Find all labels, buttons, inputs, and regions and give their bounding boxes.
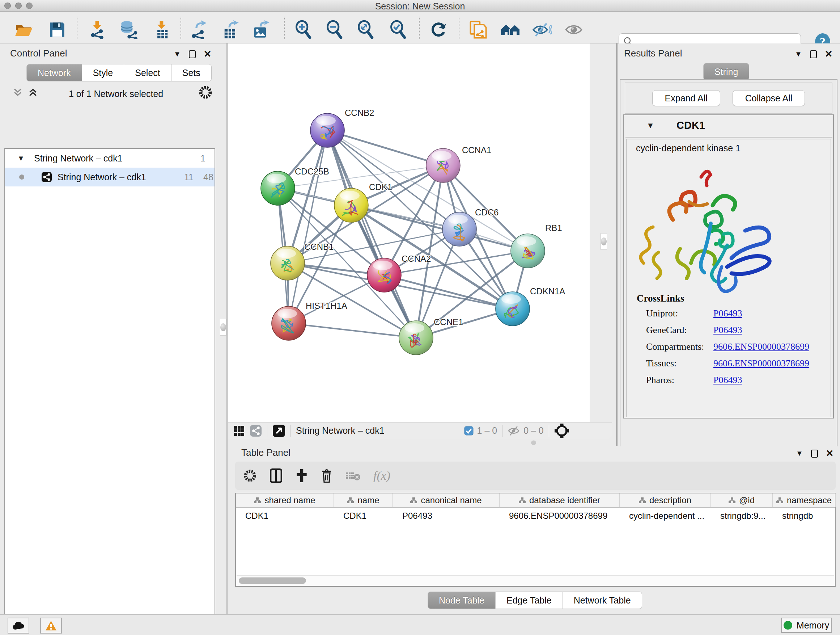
save-session-button[interactable] (47, 19, 67, 40)
table-hscrollbar[interactable] (237, 575, 834, 585)
node-hist1h1a[interactable]: HIST1H1A (272, 301, 347, 340)
network-canvas[interactable]: CCNB2CCNA1CDC25BCDK1CDC6RB1CCNB1CCNA2CDK… (228, 43, 590, 422)
panel-float-icon[interactable] (189, 50, 196, 58)
crosslink-link[interactable]: 9606.ENSP00000378699 (714, 341, 809, 352)
panel-float-icon[interactable] (810, 50, 817, 58)
node-rb1[interactable]: RB1 (511, 223, 562, 268)
expand-all-networks-icon[interactable] (27, 88, 38, 97)
tab-string[interactable]: String (703, 63, 749, 80)
collection-expander-icon[interactable]: ▼ (17, 154, 25, 163)
tab-network-table[interactable]: Network Table (563, 592, 642, 609)
column-type-icon (410, 497, 417, 504)
crosslink-link[interactable]: P06493 (714, 308, 742, 319)
edge-hist1h1a-ccne1[interactable] (289, 323, 416, 338)
column-header-0[interactable]: shared name (236, 494, 334, 507)
show-all-networks-button[interactable] (500, 19, 521, 40)
left-splitter-handle[interactable] (220, 319, 226, 336)
birdseye-toggle-icon[interactable] (554, 423, 569, 439)
zoom-fit-button[interactable] (355, 19, 376, 40)
column-header-3[interactable]: database identifier (500, 494, 620, 507)
delete-column-button[interactable] (321, 469, 333, 483)
refresh-view-button[interactable] (429, 19, 449, 40)
node-label-ccna1: CCNA1 (462, 145, 491, 155)
export-image-button[interactable] (251, 19, 271, 40)
bottom-splitter-handle[interactable] (529, 440, 538, 445)
scrollbar-thumb[interactable] (239, 578, 306, 584)
add-column-button[interactable] (295, 469, 308, 483)
column-header-1[interactable]: name (334, 494, 393, 507)
table-cell[interactable]: stringdb (773, 508, 836, 524)
node-ccna1[interactable]: CCNA1 (426, 145, 491, 182)
toolbar-separator (291, 424, 291, 437)
column-header-6[interactable]: namespace (773, 494, 836, 507)
string-view-icon[interactable] (249, 424, 262, 437)
column-header-2[interactable]: canonical name (393, 494, 500, 507)
panel-close-icon[interactable]: ✕ (825, 49, 833, 60)
clone-network-button[interactable] (468, 19, 488, 40)
hidden-eye-slash-icon[interactable] (508, 426, 520, 436)
collapse-all-button[interactable]: Collapse All (733, 90, 805, 106)
open-in-window-icon[interactable] (272, 424, 286, 437)
crosslink-link[interactable]: P06493 (714, 375, 742, 386)
right-splitter-handle[interactable] (600, 233, 607, 250)
node-cdkn1a[interactable]: CDKN1A (496, 287, 565, 326)
node-cdc25b[interactable]: CDC25B (261, 166, 329, 205)
selected-checkbox-icon[interactable] (464, 426, 474, 435)
crosslink-link[interactable]: 9606.ENSP00000378699 (714, 358, 809, 369)
entry-expander-icon[interactable]: ▼ (646, 121, 654, 130)
show-columns-button[interactable] (269, 469, 283, 483)
table-cell[interactable]: P06493 (393, 508, 500, 524)
panel-menu-icon[interactable]: ▼ (174, 50, 181, 58)
edge-ccnb2-hist1h1a[interactable] (289, 130, 327, 323)
table-panel-title: Table Panel (241, 447, 291, 458)
open-session-button[interactable] (14, 19, 34, 40)
table-options-button[interactable] (243, 469, 257, 483)
tab-network[interactable]: Network (27, 64, 82, 81)
crosslink-link[interactable]: P06493 (714, 325, 742, 336)
zoom-in-button[interactable] (294, 19, 314, 40)
table-cell[interactable]: CDK1 (236, 508, 334, 524)
network-row-selected[interactable]: String Network – cdk1 11 48 (5, 168, 215, 187)
crosslink-row: Uniprot: P06493 (627, 308, 831, 325)
hide-selected-button[interactable] (532, 19, 552, 40)
table-cell[interactable]: cyclin-dependent ... (620, 508, 711, 524)
column-type-icon (254, 497, 261, 504)
tab-node-table[interactable]: Node Table (428, 592, 496, 609)
tab-select[interactable]: Select (124, 64, 171, 81)
table-row[interactable]: CDK1CDK1P064939606.ENSP00000378699cyclin… (236, 508, 835, 524)
memory-button[interactable]: Memory (781, 618, 832, 633)
warnings-button[interactable] (40, 618, 62, 633)
expand-all-button[interactable]: Expand All (652, 90, 720, 106)
table-cell[interactable]: stringdb:9... (711, 508, 773, 524)
protein-structure-image[interactable] (637, 158, 792, 303)
node-ccne1[interactable]: CCNE1 (399, 317, 463, 355)
zoom-out-button[interactable] (325, 19, 345, 40)
tab-style[interactable]: Style (82, 64, 125, 81)
tab-sets[interactable]: Sets (172, 64, 212, 81)
network-options-button[interactable] (198, 85, 213, 100)
zoom-selected-button[interactable] (388, 19, 409, 40)
node-ccnb1[interactable]: CCNB1 (271, 242, 333, 280)
edge-cdk1-rb1[interactable] (351, 205, 528, 251)
panel-close-icon[interactable]: ✕ (204, 49, 212, 60)
table-cell[interactable]: 9606.ENSP00000378699 (500, 508, 620, 524)
import-network-from-database-button[interactable] (118, 19, 139, 40)
panel-menu-icon[interactable]: ▼ (795, 50, 802, 58)
grid-view-icon[interactable] (234, 425, 245, 436)
column-header-4[interactable]: description (620, 494, 711, 507)
panel-menu-icon[interactable]: ▼ (796, 449, 803, 458)
protein-network-graph[interactable]: CCNB2CCNA1CDC25BCDK1CDC6RB1CCNB1CCNA2CDK… (228, 43, 590, 422)
export-network-button[interactable] (189, 19, 209, 40)
cloud-status-button[interactable] (8, 618, 29, 633)
tab-edge-table[interactable]: Edge Table (496, 592, 563, 609)
panel-float-icon[interactable] (811, 450, 818, 458)
column-header-5[interactable]: @id (711, 494, 773, 507)
export-table-button[interactable] (220, 19, 240, 40)
import-network-from-file-button[interactable] (87, 19, 107, 40)
import-table-from-file-button[interactable] (152, 19, 172, 40)
panel-close-icon[interactable]: ✕ (826, 448, 834, 459)
table-cell[interactable]: CDK1 (334, 508, 393, 524)
collapse-all-networks-icon[interactable] (12, 88, 23, 97)
network-collection-row[interactable]: ▼ String Network – cdk1 1 (5, 149, 215, 168)
show-hidden-button[interactable] (564, 19, 584, 40)
